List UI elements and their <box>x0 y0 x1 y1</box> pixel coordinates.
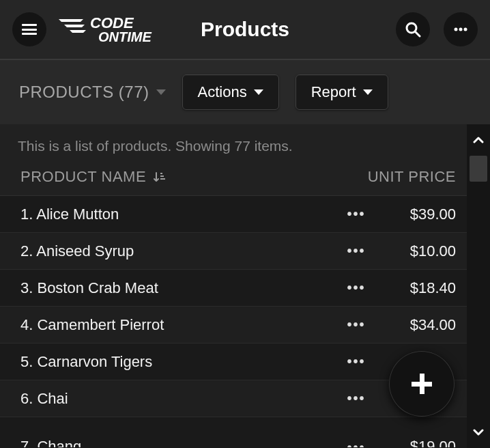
chevron-down-icon <box>254 89 263 95</box>
page-title: Products <box>201 18 289 41</box>
product-name: 1. Alice Mutton <box>20 206 336 223</box>
chevron-up-icon <box>473 136 484 144</box>
breadcrumb-label: PRODUCTS (77) <box>19 83 149 102</box>
row-more-icon[interactable]: ••• <box>336 391 377 406</box>
product-name: 5. Carnarvon Tigers <box>20 353 336 371</box>
row-more-icon[interactable]: ••• <box>336 354 377 369</box>
scrollbar <box>467 124 490 448</box>
report-label: Report <box>311 83 356 101</box>
chevron-down-icon <box>156 89 166 95</box>
table-row[interactable]: 2. Aniseed Syrup ••• $10.00 <box>0 233 490 270</box>
app-root: CODE ONTIME Products PRO <box>0 0 490 448</box>
hamburger-icon <box>22 24 37 35</box>
brand-text-bottom: ONTIME <box>98 29 152 44</box>
top-bar: CODE ONTIME Products <box>0 0 490 60</box>
scrollbar-track[interactable] <box>467 156 490 417</box>
product-name: 4. Camembert Pierrot <box>20 316 336 334</box>
scrollbar-thumb[interactable] <box>470 156 487 182</box>
chevron-down-icon <box>473 428 484 436</box>
search-button[interactable] <box>396 12 430 46</box>
unit-price: $34.00 <box>377 316 472 334</box>
search-icon <box>405 21 421 38</box>
product-name: 7. Chang <box>20 438 336 447</box>
more-horizontal-icon <box>452 21 469 38</box>
table-row[interactable]: 1. Alice Mutton ••• $39.00 <box>0 196 490 233</box>
svg-point-3 <box>459 28 463 31</box>
row-more-icon[interactable]: ••• <box>336 280 377 296</box>
svg-point-2 <box>455 28 458 31</box>
sort-asc-icon <box>153 171 165 183</box>
brand-logo: CODE ONTIME <box>57 10 167 48</box>
top-bar-actions <box>396 12 478 46</box>
product-name: 2. Aniseed Syrup <box>20 242 336 260</box>
unit-price: $19.00 <box>377 438 472 447</box>
list-container: This is a list of products. Showing 77 i… <box>0 124 490 448</box>
table-row[interactable]: 7. Chang ••• $19.00 <box>0 417 490 447</box>
column-product-name[interactable]: PRODUCT NAME <box>20 168 165 186</box>
table-row[interactable]: 3. Boston Crab Meat ••• $18.40 <box>0 270 490 307</box>
svg-point-4 <box>464 28 467 31</box>
unit-price: $18.40 <box>377 279 472 297</box>
table-row[interactable]: 4. Camembert Pierrot ••• $34.00 <box>0 307 490 344</box>
actions-label: Actions <box>198 83 247 101</box>
row-more-icon[interactable]: ••• <box>336 440 377 447</box>
toolbar: PRODUCTS (77) Actions Report <box>0 60 490 124</box>
chevron-down-icon <box>363 89 373 95</box>
row-more-icon[interactable]: ••• <box>336 317 377 333</box>
actions-button[interactable]: Actions <box>182 74 279 110</box>
report-button[interactable]: Report <box>296 74 388 110</box>
list-description: This is a list of products. Showing 77 i… <box>0 124 490 163</box>
add-button[interactable] <box>389 351 455 417</box>
unit-price: $39.00 <box>377 206 472 223</box>
product-name: 3. Boston Crab Meat <box>20 279 336 297</box>
scroll-up-button[interactable] <box>467 124 490 156</box>
scroll-down-button[interactable] <box>467 417 490 448</box>
column-unit-price[interactable]: UNIT PRICE <box>368 168 472 186</box>
row-more-icon[interactable]: ••• <box>336 206 377 222</box>
list-header: PRODUCT NAME UNIT PRICE <box>0 163 490 196</box>
unit-price: $10.00 <box>377 242 472 260</box>
breadcrumb[interactable]: PRODUCTS (77) <box>19 83 166 102</box>
row-more-icon[interactable]: ••• <box>336 243 377 259</box>
col-name-label: PRODUCT NAME <box>20 168 146 186</box>
menu-button[interactable] <box>12 12 46 46</box>
svg-line-1 <box>415 31 420 36</box>
more-button[interactable] <box>444 12 478 46</box>
product-name: 6. Chai <box>20 390 336 408</box>
